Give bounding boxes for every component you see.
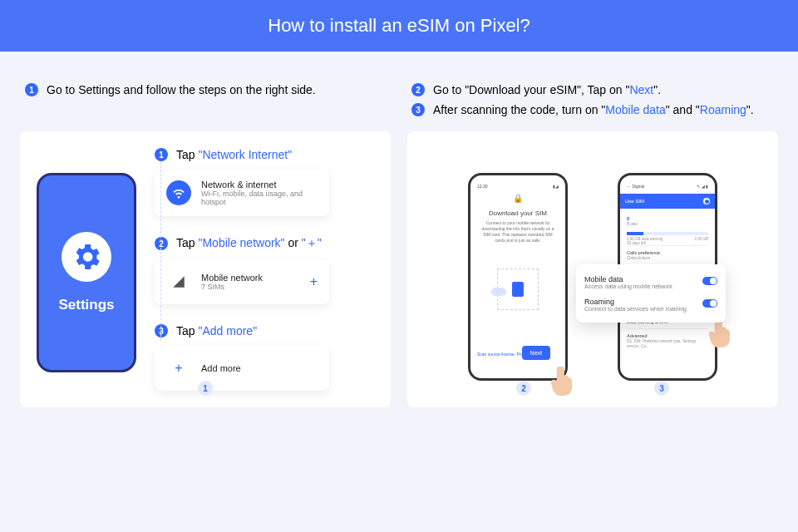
toggle-popup: Mobile dataAccess data using mobile netw… <box>576 264 726 323</box>
download-sim-phone: 12:30▮◢ 🔒 Download your SIM Connect to y… <box>468 173 568 381</box>
step-badge: 3 <box>155 324 168 337</box>
plus-icon: + <box>166 356 191 381</box>
hand-pointer-icon <box>549 362 578 396</box>
use-sim-row[interactable]: Use SIM <box>620 194 715 209</box>
wifi-icon <box>166 180 191 205</box>
step-badge-2: 2 <box>411 83 425 96</box>
panel-right: 12:30▮◢ 🔒 Download your SIM Connect to y… <box>407 131 778 407</box>
step-badge-3: 3 <box>411 103 425 116</box>
top-instructions: 1 Go to Settings and follow the steps on… <box>0 52 798 131</box>
plus-icon[interactable]: + <box>310 274 318 289</box>
scan-illustration <box>497 268 539 310</box>
next-button[interactable]: Next <box>522 346 550 360</box>
panel-left: Settings 1 Tap "Network Internet" Networ… <box>20 131 391 407</box>
instruction-text: After scanning the code, turn on "Mobile… <box>433 103 754 116</box>
step-badge: 1 <box>155 148 168 161</box>
add-more-card[interactable]: + Add more <box>155 346 329 391</box>
network-internet-card[interactable]: Network & internetWi-Fi, mobile, data us… <box>155 170 329 216</box>
step-text: Tap "Network Internet" <box>176 148 292 161</box>
instruction-text: Go to Settings and follow the steps on t… <box>47 83 316 96</box>
gear-icon <box>62 232 111 282</box>
roaming-row[interactable]: RoamingConnect to data services when roa… <box>584 293 717 316</box>
step-text: Tap "Add more" <box>176 324 257 337</box>
panel-number-3: 3 <box>654 381 669 396</box>
mobile-data-toggle[interactable] <box>702 277 717 285</box>
download-sim-title: Download your SIM <box>477 209 559 217</box>
roaming-toggle[interactable] <box>702 299 717 308</box>
step-badge: 2 <box>155 237 168 250</box>
mobile-data-row[interactable]: Mobile dataAccess data using mobile netw… <box>584 271 717 293</box>
panel-number-1: 1 <box>198 381 213 396</box>
toggle-on-icon[interactable] <box>703 198 710 204</box>
panel-number-2: 2 <box>516 381 531 396</box>
signal-icon <box>166 269 191 294</box>
settings-phone-mock: Settings <box>37 173 136 372</box>
instruction-text: Go to "Download your eSIM", Tap on "Next… <box>433 83 661 96</box>
download-sim-desc: Connect to your mobile network by downlo… <box>477 220 559 244</box>
settings-label: Settings <box>58 297 114 313</box>
step-badge-1: 1 <box>25 83 38 96</box>
mobile-network-card[interactable]: Mobile network7 SIMs + <box>155 259 329 304</box>
lock-icon: 🔒 <box>477 194 559 203</box>
page-title: How to install an eSIM on Pixel? <box>0 0 798 52</box>
step-text: Tap "Mobile network" or "＋" <box>176 236 322 251</box>
